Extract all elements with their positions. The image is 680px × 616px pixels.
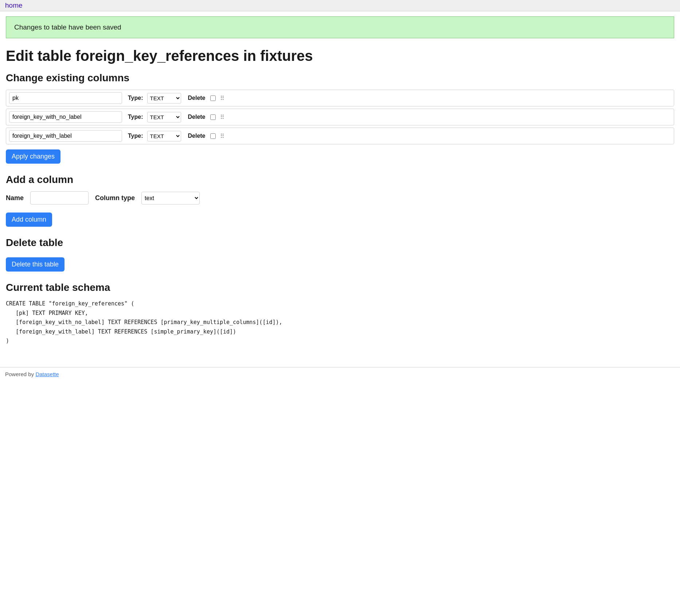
- drag-handle-icon[interactable]: ⠿: [220, 133, 224, 140]
- add-column-heading: Add a column: [6, 174, 674, 186]
- delete-label: Delete: [188, 133, 205, 139]
- add-column-section: Add a column Name Column type textintege…: [6, 174, 674, 227]
- home-link[interactable]: home: [5, 1, 23, 9]
- delete-checkbox-0[interactable]: [210, 95, 216, 101]
- drag-handle-icon[interactable]: ⠿: [220, 114, 224, 121]
- delete-table-heading: Delete table: [6, 237, 674, 249]
- column-name-input[interactable]: [9, 92, 122, 104]
- table-row: Type: TEXT INTEGER REAL BLOB Delete ⠿: [6, 90, 674, 106]
- delete-table-section: Delete table Delete this table: [6, 237, 674, 272]
- column-type-select[interactable]: textintegerrealblob: [141, 192, 200, 204]
- name-label: Name: [6, 194, 24, 202]
- column-name-input[interactable]: [9, 130, 122, 142]
- column-rows-container: Type: TEXT INTEGER REAL BLOB Delete ⠿ Ty…: [6, 90, 674, 144]
- success-message: Changes to table have been saved: [6, 16, 674, 38]
- column-type-label: Column type: [95, 194, 135, 202]
- datasette-link[interactable]: Datasette: [35, 371, 59, 377]
- nav-bar: home: [0, 0, 680, 11]
- apply-changes-button[interactable]: Apply changes: [6, 149, 60, 164]
- add-column-name-input[interactable]: [30, 191, 89, 204]
- add-column-button[interactable]: Add column: [6, 213, 52, 227]
- page-title: Edit table foreign_key_references in fix…: [6, 48, 674, 64]
- type-label: Type:: [128, 133, 143, 139]
- delete-label: Delete: [188, 95, 205, 101]
- table-row: Type: TEXT INTEGER REAL BLOB Delete ⠿: [6, 109, 674, 125]
- type-label: Type:: [128, 95, 143, 101]
- type-select-1[interactable]: TEXT INTEGER REAL BLOB: [147, 112, 181, 122]
- change-columns-heading: Change existing columns: [6, 72, 674, 84]
- delete-table-button[interactable]: Delete this table: [6, 257, 65, 272]
- delete-label: Delete: [188, 114, 205, 120]
- delete-checkbox-2[interactable]: [210, 133, 216, 139]
- delete-checkbox-1[interactable]: [210, 114, 216, 120]
- schema-content: CREATE TABLE "foreign_key_references" ( …: [6, 299, 674, 346]
- schema-heading: Current table schema: [6, 282, 674, 293]
- change-columns-section: Change existing columns Type: TEXT INTEG…: [6, 72, 674, 164]
- drag-handle-icon[interactable]: ⠿: [220, 95, 224, 102]
- main-content: Changes to table have been saved Edit ta…: [0, 11, 680, 367]
- type-select-0[interactable]: TEXT INTEGER REAL BLOB: [147, 93, 181, 104]
- table-row: Type: TEXT INTEGER REAL BLOB Delete ⠿: [6, 128, 674, 144]
- footer: Powered by Datasette: [0, 367, 680, 381]
- add-column-row: Name Column type textintegerrealblob: [6, 191, 674, 204]
- column-name-input[interactable]: [9, 111, 122, 123]
- type-select-2[interactable]: TEXT INTEGER REAL BLOB: [147, 131, 181, 141]
- type-label: Type:: [128, 114, 143, 120]
- schema-section: Current table schema CREATE TABLE "forei…: [6, 282, 674, 346]
